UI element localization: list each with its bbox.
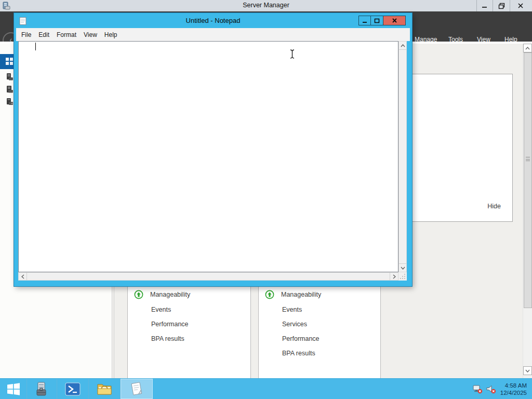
taskbar-file-explorer-button[interactable]: [89, 379, 121, 399]
minimize-icon: [482, 3, 488, 9]
notepad-window-controls: [359, 16, 406, 25]
notepad-window: Untitled - Notepad File Edit Format: [14, 13, 412, 286]
scroll-left-button[interactable]: [19, 273, 27, 280]
scrollbar-thumb[interactable]: [524, 52, 532, 308]
server-manager-vertical-scrollbar[interactable]: [523, 44, 532, 378]
text-caret: [35, 43, 36, 50]
menu-view[interactable]: View: [80, 31, 101, 38]
taskbar: 4:58 AM 12/4/2025: [0, 378, 532, 399]
role-tile-1: Manageability Events Performance BPA res…: [127, 286, 251, 379]
notepad-icon: [129, 381, 144, 397]
tile-link-performance[interactable]: Performance: [282, 335, 320, 342]
nav-item-all-servers[interactable]: [6, 85, 14, 94]
details-flyout-panel: Hide: [412, 74, 513, 222]
menu-help[interactable]: Help: [101, 31, 121, 38]
file-storage-icon: [6, 98, 14, 106]
close-icon: [392, 18, 397, 23]
close-button[interactable]: [383, 16, 406, 25]
explorer-icon: [97, 382, 112, 396]
scroll-down-button[interactable]: [523, 366, 532, 375]
scroll-up-button[interactable]: [399, 42, 406, 50]
clock-date: 12/4/2025: [500, 389, 527, 396]
hide-link[interactable]: Hide: [487, 203, 501, 210]
system-tray: 4:58 AM 12/4/2025: [472, 379, 532, 399]
desktop: Server Manager: [0, 0, 532, 399]
minimize-button[interactable]: [358, 16, 371, 25]
notepad-menubar: File Edit Format View Help: [16, 28, 410, 41]
powershell-icon: [65, 382, 81, 396]
audio-error-icon[interactable]: [486, 384, 496, 394]
status-up-icon: [134, 290, 143, 299]
notepad-window-title: Untitled - Notepad: [14, 17, 412, 24]
network-error-icon[interactable]: [472, 384, 483, 394]
status-up-icon: [265, 290, 274, 299]
taskbar-server-manager-button[interactable]: [27, 379, 57, 399]
menu-format[interactable]: Format: [53, 31, 80, 38]
tile-link-events[interactable]: Events: [151, 306, 171, 313]
taskbar-clock[interactable]: 4:58 AM 12/4/2025: [500, 382, 527, 396]
scroll-right-button[interactable]: [390, 273, 398, 280]
server-manager-titlebar: Server Manager: [0, 0, 532, 12]
tile-link-services[interactable]: Services: [282, 321, 307, 328]
scroll-down-button[interactable]: [399, 263, 406, 272]
close-icon: [517, 3, 524, 9]
start-icon: [7, 382, 20, 396]
clock-time: 4:58 AM: [500, 382, 527, 389]
server-manager-taskbar-icon: [34, 381, 50, 397]
scrollbar-grip-icon: [526, 157, 530, 161]
notepad-text-area[interactable]: [18, 41, 398, 272]
dashboard-icon: [6, 58, 14, 65]
minimize-icon: [362, 18, 367, 23]
local-server-icon: [6, 73, 14, 81]
ibeam-cursor: [289, 49, 296, 59]
tile-header[interactable]: Manageability: [281, 291, 321, 298]
server-manager-window-title: Server Manager: [0, 2, 532, 9]
scroll-up-button[interactable]: [523, 44, 532, 52]
tile-link-bpa-results[interactable]: BPA results: [282, 350, 315, 357]
restore-icon: [498, 3, 505, 9]
nav-item-local-server[interactable]: [6, 73, 14, 81]
restore-button[interactable]: [493, 0, 510, 11]
server-manager-window-controls: [476, 0, 531, 11]
notepad-vertical-scrollbar[interactable]: [398, 41, 407, 272]
minimize-button[interactable]: [476, 0, 493, 11]
close-button[interactable]: [510, 0, 531, 11]
notepad-horizontal-scrollbar[interactable]: [18, 272, 398, 281]
maximize-icon: [374, 18, 380, 23]
tile-header[interactable]: Manageability: [150, 291, 190, 298]
taskbar-notepad-button[interactable]: [121, 379, 153, 399]
maximize-button[interactable]: [370, 16, 383, 25]
menu-file[interactable]: File: [18, 31, 35, 38]
all-servers-icon: [6, 85, 14, 94]
tile-link-performance[interactable]: Performance: [151, 321, 189, 328]
taskbar-powershell-button[interactable]: [57, 379, 89, 399]
role-tile-2: Manageability Events Services Performanc…: [258, 286, 381, 379]
resize-grip[interactable]: [398, 272, 407, 281]
menu-edit[interactable]: Edit: [35, 31, 53, 38]
start-button[interactable]: [0, 379, 27, 399]
tile-link-bpa-results[interactable]: BPA results: [151, 335, 184, 342]
tile-link-events[interactable]: Events: [282, 306, 302, 313]
nav-item-file-storage-services[interactable]: [6, 98, 14, 106]
